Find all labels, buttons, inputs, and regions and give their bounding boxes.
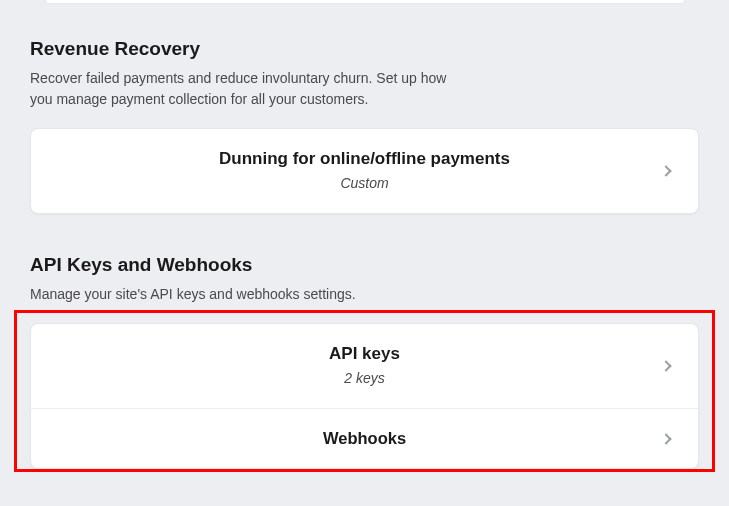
previous-card-bottom-edge	[45, 0, 685, 4]
section-api-keys-webhooks: API Keys and Webhooks Manage your site's…	[30, 254, 699, 469]
section-title-api: API Keys and Webhooks	[30, 254, 699, 276]
card-subtitle-dunning: Custom	[55, 175, 674, 191]
chevron-right-icon	[658, 358, 674, 374]
card-api-keys[interactable]: API keys 2 keys	[31, 324, 698, 408]
chevron-right-icon	[658, 163, 674, 179]
card-content: API keys 2 keys	[55, 344, 674, 386]
card-group-revenue-recovery: Dunning for online/offline payments Cust…	[30, 128, 699, 214]
card-content: Webhooks	[55, 429, 674, 448]
card-title-dunning: Dunning for online/offline payments	[55, 149, 674, 169]
section-revenue-recovery: Revenue Recovery Recover failed payments…	[30, 38, 699, 214]
section-description-api: Manage your site's API keys and webhooks…	[30, 284, 460, 305]
section-description-revenue-recovery: Recover failed payments and reduce invol…	[30, 68, 460, 110]
card-content: Dunning for online/offline payments Cust…	[55, 149, 674, 191]
card-dunning[interactable]: Dunning for online/offline payments Cust…	[31, 129, 698, 213]
section-title-revenue-recovery: Revenue Recovery	[30, 38, 699, 60]
chevron-right-icon	[658, 431, 674, 447]
card-group-api: API keys 2 keys Webhooks	[30, 323, 699, 469]
card-subtitle-api-keys: 2 keys	[55, 370, 674, 386]
card-title-api-keys: API keys	[55, 344, 674, 364]
card-webhooks[interactable]: Webhooks	[31, 408, 698, 468]
card-title-webhooks: Webhooks	[55, 429, 674, 448]
